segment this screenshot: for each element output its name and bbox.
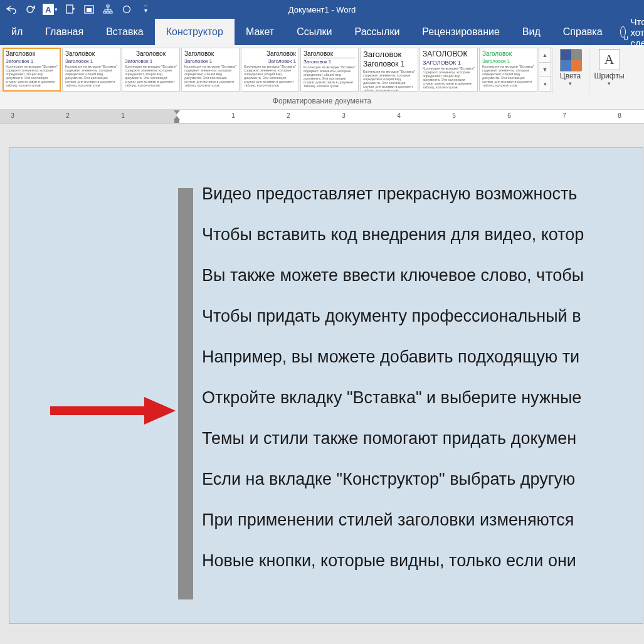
colors-icon — [560, 49, 581, 71]
list-item: *Например, вы можете добавить подходящую… — [178, 349, 643, 366]
gallery-down[interactable]: ▼ — [539, 63, 551, 77]
fonts-icon: A — [599, 49, 620, 70]
bulb-icon — [620, 26, 626, 38]
list-item: -Темы и стили также помогают придать док… — [178, 430, 643, 447]
list-item: -Видео предоставляет прекрасную возможно… — [178, 186, 643, 203]
theme-item[interactable]: Заголовок Заголовок 1 Коллекция на вклад… — [241, 48, 299, 92]
new-doc-button[interactable] — [64, 4, 77, 15]
ribbon-tabs: йл Главная Вставка Конструктор Макет Ссы… — [0, 19, 644, 45]
theme-item[interactable]: Заголовок Заголовок 1 Коллекция на вклад… — [3, 48, 61, 92]
colors-button[interactable]: Цвета ▾ — [552, 48, 588, 94]
fonts-button[interactable]: A Шрифты ▾ — [589, 48, 629, 94]
shape-button[interactable] — [120, 4, 133, 15]
svg-rect-5 — [103, 11, 106, 13]
theme-item[interactable]: Заголовок Заголовок 1 Коллекция на вклад… — [122, 48, 180, 92]
svg-rect-7 — [110, 11, 112, 13]
quick-access-toolbar: A▾ ▾ — [0, 4, 152, 15]
theme-item[interactable]: ЗАГОЛОВОК ЗАГОЛОВОК 1 Коллекция на вклад… — [420, 48, 478, 92]
ribbon: Заголовок Заголовок 1 Коллекция на вклад… — [0, 45, 644, 110]
theme-item[interactable]: Заголовок Заголовок 1 Коллекция на вклад… — [181, 48, 240, 92]
tab-references[interactable]: Ссылки — [285, 19, 343, 45]
title-bar: A▾ ▾ Документ1 - Word — [0, 0, 644, 19]
document-area: -Видео предоставляет прекрасную возможно… — [0, 124, 644, 624]
tab-file[interactable]: йл — [0, 19, 34, 45]
ribbon-group-label: Форматирование документа — [0, 94, 644, 109]
selection-bar — [178, 188, 193, 599]
list-item: #Откройте вкладку "Вставка" и выберите н… — [178, 389, 643, 406]
horizontal-ruler[interactable]: 3 2 1 1 2 3 4 5 6 7 8 — [0, 110, 644, 124]
org-chart-button[interactable] — [102, 4, 114, 15]
tab-layout[interactable]: Макет — [235, 19, 285, 45]
gallery-up[interactable]: ▲ — [539, 48, 551, 63]
font-button[interactable]: A▾ — [43, 4, 58, 15]
tell-me-search[interactable]: Что вы хотите сде — [614, 19, 644, 45]
tab-mailings[interactable]: Рассылки — [344, 19, 411, 45]
list-item: *Чтобы вставить код внедрения для видео,… — [178, 226, 643, 243]
theme-item[interactable]: Заголовок Заголовок 1 Коллекция на вклад… — [479, 48, 537, 92]
svg-rect-4 — [107, 5, 109, 7]
list-item: -Новые кнопки, которые видны, только есл… — [178, 552, 643, 569]
list-item: #Вы также можете ввести ключевое слово, … — [178, 267, 643, 284]
tab-view[interactable]: Вид — [511, 19, 552, 45]
list-item: *Если на вкладке "Конструктор" выбрать д… — [178, 471, 643, 488]
svg-point-0 — [27, 6, 33, 13]
theme-gallery: Заголовок Заголовок 1 Коллекция на вклад… — [3, 48, 537, 92]
qat-customize[interactable]: ▾ — [139, 4, 152, 15]
gallery-scroll: ▲ ▼ ▾ — [539, 48, 551, 92]
theme-item[interactable]: Заголовок Заголовок 1 Коллекция на вклад… — [300, 48, 359, 92]
list-item: -Чтобы придать документу профессиональны… — [178, 308, 643, 325]
tab-help[interactable]: Справка — [552, 19, 614, 45]
window-button[interactable] — [83, 4, 95, 15]
document-content[interactable]: -Видео предоставляет прекрасную возможно… — [178, 186, 643, 569]
tab-home[interactable]: Главная — [34, 19, 95, 45]
tab-insert[interactable]: Вставка — [95, 19, 154, 45]
theme-item[interactable]: Заголовок Заголовок 1 Коллекция на вклад… — [360, 48, 418, 92]
tab-review[interactable]: Рецензирование — [411, 19, 511, 45]
svg-point-8 — [124, 6, 130, 13]
redo-button[interactable] — [24, 4, 36, 15]
document-page[interactable]: -Видео предоставляет прекрасную возможно… — [9, 147, 643, 624]
svg-rect-3 — [87, 8, 92, 12]
tell-me-label: Что вы хотите сде — [631, 16, 645, 48]
undo-button[interactable] — [5, 4, 18, 15]
theme-item[interactable]: Заголовок Заголовок 1 Коллекция на вклад… — [62, 48, 120, 92]
list-item: #При применении стилей заголовки изменяю… — [178, 512, 643, 529]
svg-rect-6 — [107, 11, 109, 13]
gallery-more[interactable]: ▾ — [539, 77, 551, 91]
svg-rect-1 — [66, 5, 73, 13]
tab-design[interactable]: Конструктор — [155, 19, 235, 45]
